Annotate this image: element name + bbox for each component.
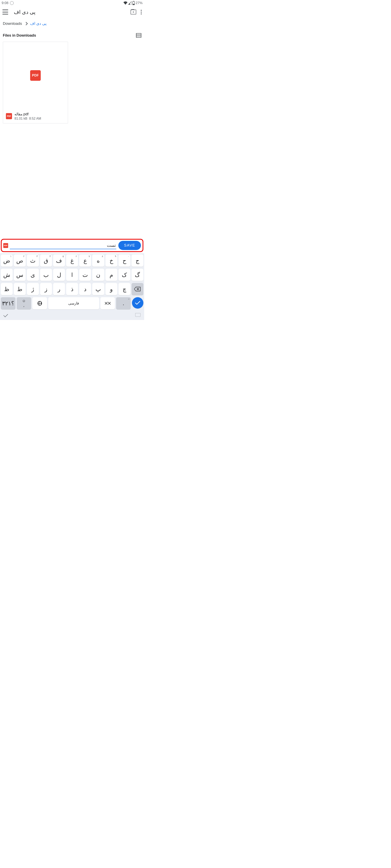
breadcrumb: Downloads پی دی اف <box>0 18 144 30</box>
files-grid: PDF PDF مقاله.pdf 81.01 kB 8:52 AM <box>0 40 144 238</box>
key-space[interactable]: فارسی <box>48 297 99 309</box>
key-ص[interactable]: ۲ص <box>14 254 26 267</box>
keyboard-collapse-icon[interactable] <box>3 313 8 317</box>
app-title: پی دی اف <box>14 9 35 15</box>
key-م[interactable]: م <box>106 269 117 281</box>
key-ز[interactable]: ز <box>40 283 52 295</box>
pdf-icon: PDF <box>6 113 12 119</box>
breadcrumb-root[interactable]: Downloads <box>3 21 22 26</box>
file-name: مقاله.pdf <box>15 112 41 116</box>
globe-icon <box>37 301 42 306</box>
key-emoji[interactable]: ☺، <box>17 297 31 309</box>
save-button[interactable]: SAVE <box>118 241 141 250</box>
keyboard-hide-icon[interactable] <box>135 313 141 317</box>
key-گ[interactable]: گ <box>132 269 143 281</box>
key-period[interactable]: ○. <box>116 297 131 309</box>
pdf-icon: PDF <box>30 70 41 81</box>
key-ک[interactable]: ک <box>118 269 130 281</box>
breadcrumb-current[interactable]: پی دی اف <box>30 21 47 26</box>
key-و[interactable]: و <box>106 283 117 295</box>
key-ژ[interactable]: ژ <box>27 283 39 295</box>
menu-icon[interactable] <box>2 9 8 14</box>
key-ض[interactable]: ۱ض <box>1 254 12 267</box>
key-cursor[interactable] <box>101 297 115 309</box>
more-icon[interactable] <box>141 10 142 14</box>
key-پ[interactable]: پ <box>92 283 104 295</box>
key-ش[interactable]: ش <box>1 269 12 281</box>
svg-rect-1 <box>133 1 134 1</box>
status-time: 9:08 <box>2 1 8 5</box>
file-detail: 81.01 kB 8:52 AM <box>15 117 41 120</box>
wifi-icon <box>123 1 128 5</box>
key-ی[interactable]: ی <box>27 269 39 281</box>
signal-icon <box>128 1 132 5</box>
key-ط[interactable]: ط <box>14 283 26 295</box>
key-ذ[interactable]: ذ <box>66 283 78 295</box>
new-folder-icon[interactable] <box>131 9 136 14</box>
svg-rect-2 <box>133 4 134 5</box>
chevron-right-icon <box>24 22 28 25</box>
filetype-pdf-icon: PDF <box>3 243 8 248</box>
key-ق[interactable]: ۴ق <box>40 254 52 267</box>
key-ج[interactable]: ج <box>132 254 143 267</box>
key-د[interactable]: د <box>79 283 91 295</box>
threads-icon <box>10 1 13 5</box>
key-ن[interactable]: ن <box>92 269 104 281</box>
battery-percent: 27% <box>136 1 143 5</box>
key-س[interactable]: س <box>14 269 26 281</box>
save-row: PDF SAVE <box>1 239 143 252</box>
key-symbols[interactable]: ؟۳۲۱ <box>1 297 16 309</box>
key-ف[interactable]: ۵ف <box>53 254 65 267</box>
key-enter[interactable] <box>132 297 143 309</box>
key-backspace[interactable] <box>132 283 143 295</box>
key-ا[interactable]: ا <box>66 269 78 281</box>
key-ث[interactable]: ۳ث <box>27 254 39 267</box>
key-ه[interactable]: ۸ه <box>92 254 104 267</box>
key-ح[interactable]: ۰ح <box>118 254 130 267</box>
filename-input[interactable] <box>10 242 116 249</box>
file-preview: PDF <box>3 42 68 109</box>
battery-icon <box>132 1 135 5</box>
key-ب[interactable]: ب <box>40 269 52 281</box>
section-title: Files in Downloads <box>3 33 36 38</box>
key-globe[interactable] <box>32 297 47 309</box>
key-ت[interactable]: ت <box>79 269 91 281</box>
key-ر[interactable]: ر <box>53 283 65 295</box>
key-چ[interactable]: چ <box>118 283 130 295</box>
key-غ[interactable]: ۶غ <box>66 254 78 267</box>
status-bar: 9:08 27% <box>0 0 144 6</box>
list-view-icon[interactable] <box>136 33 141 38</box>
key-خ[interactable]: ۹خ <box>106 254 117 267</box>
file-card[interactable]: PDF PDF مقاله.pdf 81.01 kB 8:52 AM <box>3 42 68 123</box>
app-bar: پی دی اف <box>0 6 144 18</box>
keyboard: ۱ض۲ص۳ث۴ق۵ف۶غ۷ع۸ه۹خ۰حج شسیبلاتنمکگ ظطژزرذ… <box>0 253 144 320</box>
section-header: Files in Downloads <box>0 30 144 40</box>
key-ظ[interactable]: ظ <box>1 283 12 295</box>
key-ل[interactable]: ل <box>53 269 65 281</box>
key-ع[interactable]: ۷ع <box>79 254 91 267</box>
